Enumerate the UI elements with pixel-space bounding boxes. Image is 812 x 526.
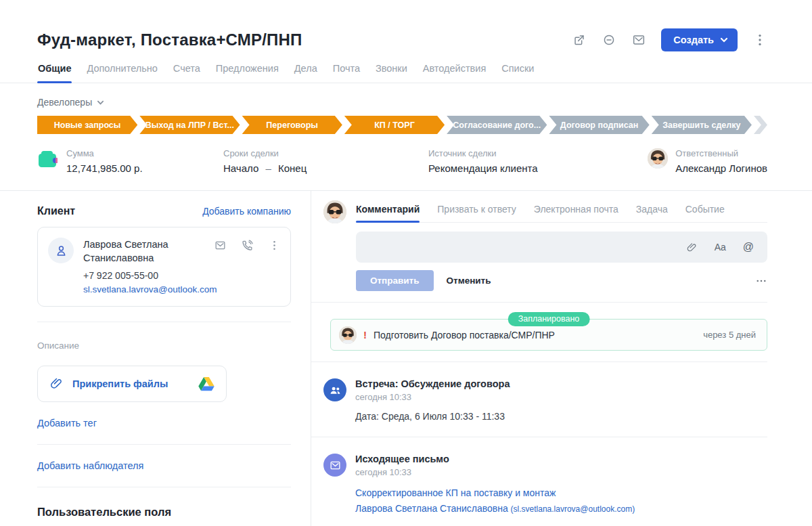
- email-from-link[interactable]: Лаврова Светлана Станиславовна: [355, 503, 508, 514]
- external-link-icon[interactable]: [572, 32, 587, 47]
- task-title[interactable]: Подготовить Договор поставка/СМР/ПНР: [374, 330, 696, 341]
- add-tag-link[interactable]: Добавить тег: [37, 418, 97, 429]
- tab-dopolnitelno[interactable]: Дополнительно: [86, 60, 158, 83]
- stage-soglasovanie[interactable]: Согласование дого...: [447, 116, 547, 134]
- summary-responsible: Ответственный Александр Логинов: [648, 148, 767, 174]
- summary-dates: Сроки сделки Начало – Конец: [223, 148, 428, 174]
- kebab-menu-icon[interactable]: [752, 32, 767, 47]
- email-subject-link[interactable]: Скорректированное КП на поставку и монта…: [355, 487, 556, 498]
- attach-files-label: Прикрепить файлы: [72, 378, 189, 389]
- meeting-time: сегодня 10:33: [355, 392, 510, 402]
- topbar: Фуд-маркет, Поставка+СМР/ПНП Создать: [0, 0, 812, 51]
- responsible-avatar[interactable]: [648, 148, 668, 169]
- tab-dela[interactable]: Дела: [294, 60, 318, 83]
- responsible-label: Ответственный: [675, 148, 767, 158]
- activity-tab-kommentariy[interactable]: Комментарий: [356, 200, 420, 222]
- deal-summary: Сумма 12,741,985.00 р. Сроки сделки Нача…: [0, 134, 812, 174]
- cancel-button[interactable]: Отменить: [447, 276, 491, 286]
- client-heading: Клиент: [37, 205, 75, 217]
- timeline-divider: [311, 361, 767, 362]
- text-format-icon[interactable]: Aa: [715, 242, 726, 253]
- contact-card[interactable]: Лаврова Светлана Станиславовна +7 922 00…: [37, 227, 291, 307]
- meeting-title[interactable]: Встреча: Обсуждение договора: [355, 378, 510, 389]
- source-label: Источник сделки: [428, 148, 648, 158]
- tab-scheta[interactable]: Счета: [173, 60, 201, 83]
- email-title: Исходящее письмо: [355, 454, 635, 464]
- tab-zvonki[interactable]: Звонки: [375, 60, 408, 83]
- more-options-icon[interactable]: [755, 275, 767, 287]
- activity-tab-prizvat[interactable]: Призвать к ответу: [437, 200, 516, 222]
- contact-email-link[interactable]: sl.svetlana.lavrova@outlook.com: [83, 284, 217, 294]
- google-drive-icon[interactable]: [198, 376, 215, 391]
- custom-fields-heading: Пользовательские поля: [37, 506, 291, 519]
- priority-mark: !: [363, 329, 367, 341]
- add-company-link[interactable]: Добавить компанию: [202, 206, 291, 217]
- date-end-field[interactable]: Конец: [278, 162, 307, 174]
- description-label: Описание: [37, 341, 291, 351]
- stage-dogovor-podpisan[interactable]: Договор подписан: [549, 116, 649, 134]
- responsible-value[interactable]: Александр Логинов: [675, 162, 767, 174]
- planned-badge: Запланировано: [508, 312, 590, 326]
- email-item: Исходящее письмо сегодня 10:33 Скорректи…: [323, 454, 767, 514]
- composer-avatar: [323, 200, 346, 223]
- attach-icon[interactable]: [686, 242, 698, 253]
- tab-pochta[interactable]: Почта: [332, 60, 361, 83]
- contact-person-icon: [48, 238, 74, 263]
- create-button[interactable]: Создать: [661, 28, 738, 51]
- stage-kp-torg[interactable]: КП / ТОРГ: [344, 116, 445, 134]
- mail-icon[interactable]: [631, 32, 646, 47]
- content-columns: Клиент Добавить компанию Лаврова Светлан…: [0, 191, 812, 526]
- comment-input[interactable]: Aa @: [356, 232, 767, 263]
- composer-actions: Отправить Отменить: [356, 270, 767, 291]
- meeting-details: Дата: Среда, 6 Июля 10:33 - 11:33: [355, 411, 510, 422]
- chevron-down-icon: [97, 99, 104, 106]
- tab-spiski[interactable]: Списки: [501, 60, 535, 83]
- mention-icon[interactable]: @: [743, 241, 754, 253]
- left-divider: [37, 322, 291, 322]
- activity-tab-email[interactable]: Электронная почта: [534, 200, 618, 222]
- create-button-label: Создать: [673, 35, 714, 45]
- pipeline-section: Девелоперы Новые запросы Выход на ЛПР / …: [0, 83, 812, 134]
- wallet-icon: [37, 150, 58, 169]
- outgoing-email-icon: [323, 454, 346, 477]
- tab-predlozheniya[interactable]: Предложения: [215, 60, 279, 83]
- comment-composer: Комментарий Призвать к ответу Электронна…: [323, 200, 767, 291]
- activity-tab-zadacha[interactable]: Задача: [636, 200, 668, 222]
- date-separator: –: [265, 162, 271, 174]
- contact-kebab-icon[interactable]: [268, 239, 281, 252]
- amount-value[interactable]: 12,741,985.00 р.: [66, 162, 143, 174]
- deal-page: Фуд-маркет, Поставка+СМР/ПНП Создать Общ…: [0, 0, 812, 526]
- meeting-icon: [323, 378, 346, 401]
- date-start-field[interactable]: Начало: [223, 162, 258, 174]
- planned-section: Запланировано ! По: [330, 319, 767, 351]
- add-observer-link[interactable]: Добавить наблюдателя: [37, 460, 143, 471]
- contact-phone-icon[interactable]: [241, 239, 254, 252]
- funnel-selector[interactable]: Девелоперы: [37, 97, 104, 108]
- left-divider: [37, 487, 291, 487]
- stage-peregovory[interactable]: Переговоры: [242, 116, 342, 134]
- stage-novye-zaprosy[interactable]: Новые запросы: [37, 116, 137, 134]
- email-time: сегодня 10:33: [355, 467, 635, 477]
- source-value[interactable]: Рекомендация клиента: [428, 162, 648, 174]
- stage-zavershit-sdelku[interactable]: Завершить сделку: [652, 116, 752, 134]
- tab-obshchie[interactable]: Общие: [37, 60, 72, 83]
- send-button[interactable]: Отправить: [356, 270, 434, 291]
- tab-avtodeystviya[interactable]: Автодействия: [422, 60, 487, 83]
- funnel-label: Девелоперы: [37, 97, 92, 108]
- left-divider: [37, 444, 291, 445]
- activity-tab-sobytie[interactable]: Событие: [685, 200, 725, 222]
- contact-mail-icon[interactable]: [214, 239, 227, 252]
- summary-source: Источник сделки Рекомендация клиента: [428, 148, 648, 174]
- contact-phone[interactable]: +7 922 005-55-00: [83, 270, 217, 281]
- email-from-address: (sl.svetlana.lavrova@outlook.com): [511, 504, 635, 514]
- left-column: Клиент Добавить компанию Лаврова Светлан…: [0, 191, 311, 526]
- task-due: через 5 дней: [703, 330, 756, 340]
- copy-link-icon[interactable]: [602, 32, 616, 47]
- stage-overflow-stub: [754, 116, 767, 134]
- contact-name[interactable]: Лаврова Светлана Станиславовна: [83, 238, 191, 265]
- attach-files-button[interactable]: Прикрепить файлы: [37, 366, 227, 402]
- pipeline-stages: Новые запросы Выход на ЛПР / Вст... Пере…: [37, 116, 767, 134]
- stage-vykhod-na-lpr[interactable]: Выход на ЛПР / Вст...: [139, 116, 240, 134]
- activity-column: Комментарий Призвать к ответу Электронна…: [311, 191, 812, 526]
- timeline-divider: [311, 302, 767, 303]
